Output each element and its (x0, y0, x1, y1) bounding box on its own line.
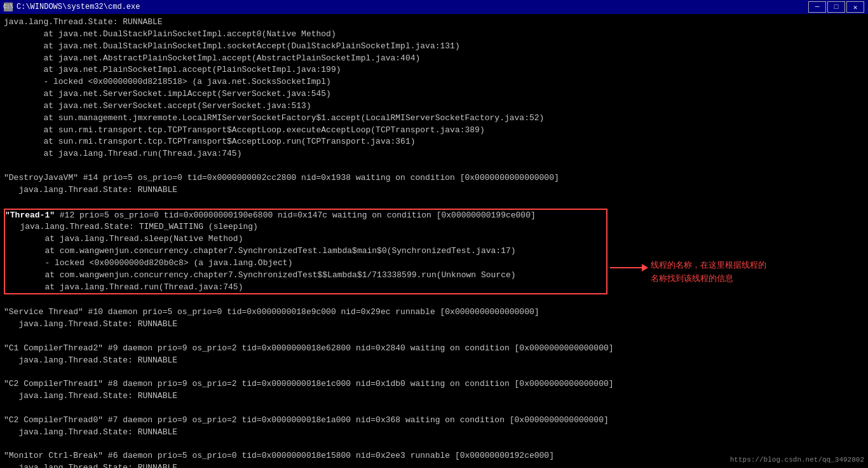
terminal-line: at sun.rmi.transport.tcp.TCPTransport$Ac… (4, 125, 864, 137)
terminal-line (4, 294, 864, 306)
window-controls[interactable]: ─ □ ✕ (808, 1, 864, 13)
terminal-line: - locked <0x00000000d8218518> (a java.ne… (4, 76, 864, 88)
maximize-button[interactable]: □ (827, 1, 845, 13)
arrow-head-icon (642, 264, 648, 272)
arrow-container (610, 264, 648, 272)
terminal-area: java.lang.Thread.State: RUNNABLE at java… (0, 14, 868, 468)
terminal-line: at com.wangwenjun.concurrency.chapter7.S… (5, 245, 606, 258)
terminal-line: at java.net.ServerSocket.implAccept(Serv… (4, 88, 864, 100)
terminal-line: java.lang.Thread.State: RUNNABLE (4, 184, 864, 196)
terminal-line: "C2 CompilerThread1" #8 daemon prio=9 os… (4, 378, 864, 390)
terminal-line: java.lang.Thread.State: RUNNABLE (4, 17, 864, 29)
csdn-url: https://blog.csdn.net/qq_3492802 (730, 455, 864, 465)
thread-highlight-box: "Thread-1" #12 prio=5 os_prio=0 tid=0x00… (4, 209, 607, 295)
terminal-line (4, 196, 864, 209)
title-bar: C:\ C:\WINDOWS\system32\cmd.exe ─ □ ✕ (0, 0, 868, 14)
annotation-container: 线程的名称，在这里根据线程的名称找到该线程的信息 (610, 259, 771, 286)
terminal-line: "C1 CompilerThread2" #9 daemon prio=9 os… (4, 343, 864, 355)
thread-name-line: "Thread-1" #12 prio=5 os_prio=0 tid=0x00… (5, 210, 606, 222)
terminal-line (4, 439, 864, 451)
terminal-line: - locked <0x00000000d820b0c8> (a java.la… (5, 258, 606, 270)
terminal-line: at java.net.ServerSocket.accept(ServerSo… (4, 100, 864, 113)
terminal-line: java.lang.Thread.State: RUNNABLE (4, 355, 864, 367)
terminal-line: at com.wangwenjun.concurrency.chapter7.S… (5, 270, 606, 282)
minimize-button[interactable]: ─ (808, 1, 826, 13)
close-button[interactable]: ✕ (846, 1, 864, 13)
terminal-line (4, 160, 864, 172)
terminal-line: at java.net.AbstractPlainSocketImpl.acce… (4, 53, 864, 65)
terminal-line: at sun.management.jmxremote.LocalRMIServ… (4, 113, 864, 125)
annotation-text: 线程的名称，在这里根据线程的名称找到该线程的信息 (651, 259, 771, 286)
terminal-line: at sun.rmi.transport.tcp.TCPTransport$Ac… (4, 136, 864, 148)
terminal-line: java.lang.Thread.State: RUNNABLE (4, 319, 864, 331)
terminal-line: at java.lang.Thread.sleep(Native Method) (5, 233, 606, 245)
terminal-line: "Service Thread" #10 daemon prio=5 os_pr… (4, 306, 864, 319)
terminal-line: "C2 CompilerThread0" #7 daemon prio=9 os… (4, 415, 864, 427)
terminal-line: at java.net.DualStackPlainSocketImpl.soc… (4, 41, 864, 53)
terminal-line: java.lang.Thread.State: TIMED_WAITING (s… (5, 221, 606, 233)
terminal-line: at java.net.PlainSocketImpl.accept(Plain… (4, 64, 864, 76)
terminal-line: at java.lang.Thread.run(Thread.java:745) (5, 282, 606, 294)
arrow-shaft (610, 267, 642, 268)
window-title: C:\WINDOWS\system32\cmd.exe (17, 3, 140, 11)
terminal-line: java.lang.Thread.State: RUNNABLE (4, 427, 864, 439)
title-bar-left: C:\ C:\WINDOWS\system32\cmd.exe (4, 3, 140, 11)
terminal-line (4, 403, 864, 415)
cmd-icon: C:\ (4, 3, 13, 11)
terminal-line: java.lang.Thread.State: RUNNABLE (4, 390, 864, 403)
terminal-line: "DestroyJavaVM" #14 prio=5 os_prio=0 tid… (4, 172, 864, 184)
terminal-line (4, 366, 864, 378)
terminal-line: at java.lang.Thread.run(Thread.java:745) (4, 148, 864, 160)
terminal-line (4, 331, 864, 343)
terminal-line: at java.net.DualStackPlainSocketImpl.acc… (4, 29, 864, 41)
